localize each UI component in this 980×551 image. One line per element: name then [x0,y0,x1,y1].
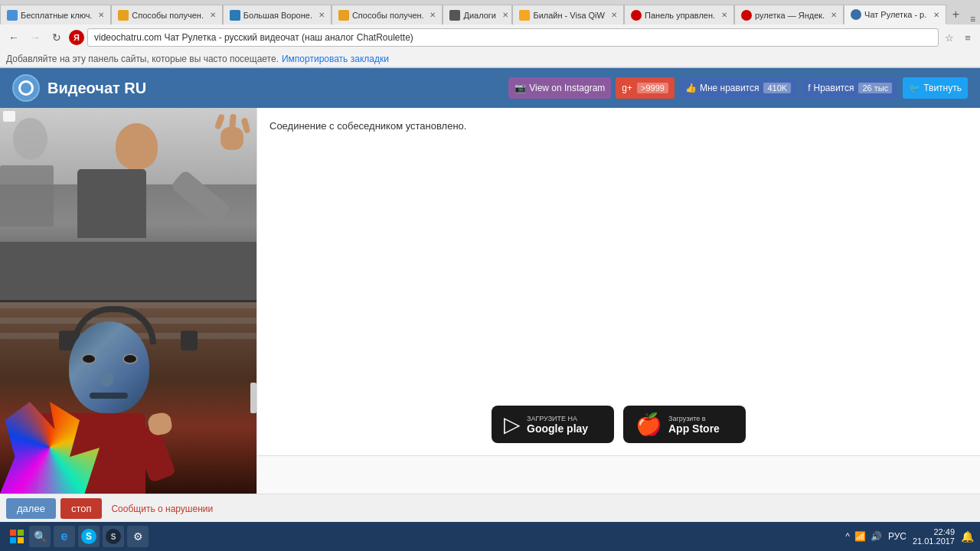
import-bookmarks-link[interactable]: Импортировать закладки [282,54,389,64]
forward-button[interactable]: → [26,28,44,47]
tray-network[interactable]: 📶 [854,531,866,542]
tab-7[interactable]: Панель управлен... ✕ [624,5,734,24]
google-play-small: ЗАГРУЗИТЕ НА [527,415,588,422]
site-header: Видеочат RU 📷 View on Instagram g+ >9999… [0,68,980,108]
stop-button[interactable]: стоп [60,498,103,519]
content-row: Соединение с собеседником установлено. ▷… [0,108,980,494]
svg-rect-1 [18,530,24,536]
app-store-text: Загрузите в App Store [668,415,720,435]
logo-icon-inner [18,80,34,96]
tab-2[interactable]: Способы получен... ✕ [111,5,223,24]
mask-mouth [90,393,128,399]
mask-nose [100,372,113,387]
tab-8[interactable]: рулетка — Яндек... ✕ [734,5,844,24]
chat-messages: Соединение с собеседником установлено. [257,108,980,393]
app-store-big: App Store [668,422,720,435]
top-floor [0,242,256,299]
instagram-label: View on Instagram [529,83,605,93]
chat-panel: Соединение с собеседником установлено. ▷… [256,108,980,494]
like-label: Мне нравится [700,83,760,93]
site-title: Видеочат RU [47,80,146,97]
gplus-button[interactable]: g+ >9999 [616,77,675,99]
tab-1[interactable]: Бесплатные ключ... ✕ [0,5,111,24]
chat-apps: ▷ ЗАГРУЗИТЕ НА Google play 🍎 Загрузите в… [257,393,980,455]
google-play-text: ЗАГРУЗИТЕ НА Google play [527,415,588,435]
taskbar-right: ^ 📶 🔊 РУС 22:49 21.01.2017 🔔 [845,527,974,546]
video-bottom [0,302,256,494]
gplus-icon: g+ [622,83,632,93]
bookmarks-bar: Добавляйте на эту панель сайты, которые … [0,51,980,67]
top-video-bg [0,108,256,300]
person2-body-bg [0,165,54,227]
tab-bar: Бесплатные ключ... ✕ Способы получен... … [0,0,980,24]
twitter-icon: 🐦 [909,83,920,93]
connection-message: Соединение с собеседником установлено. [270,120,466,132]
bottom-video-bg [0,302,256,494]
tab-9-active[interactable]: Чат Рулетка - р... ✕ [844,5,946,24]
tab-3[interactable]: Большая Вороне... ✕ [223,5,332,24]
logo-icon [12,74,40,102]
google-play-big: Google play [527,422,588,435]
like-button[interactable]: 👍 Мне нравится 410K [679,77,797,99]
taskbar-search[interactable]: 🔍 [29,526,51,547]
headphone-right [181,331,198,350]
tab-5[interactable]: Диалоги ✕ [443,5,512,24]
gplus-count: >9999 [637,83,668,93]
nravit-label: Нравится [814,83,854,93]
tray-arrow[interactable]: ^ [845,531,850,542]
taskbar-clock[interactable]: 22:49 21.01.2017 [913,527,955,546]
video-overlay-badge [3,111,15,122]
mask-eye-left [81,354,96,364]
start-button[interactable] [6,526,28,547]
colorful-shape [0,402,100,494]
address-icons: ☆ ≡ [942,32,975,44]
next-button[interactable]: далее [6,498,56,519]
person2-head-bg [13,118,47,160]
browser-chrome: Бесплатные ключ... ✕ Способы получен... … [0,0,980,68]
person1-body [77,169,146,238]
taskbar-ie[interactable]: e [54,526,75,547]
tray-volume[interactable]: 🔊 [871,531,882,542]
twitter-button[interactable]: 🐦 Твитнуть [903,77,968,99]
google-play-icon: ▷ [504,412,521,437]
tab-overflow-button[interactable]: ≡ [965,14,980,24]
app-store-badge[interactable]: 🍎 Загрузите в App Store [623,406,746,443]
svg-rect-3 [18,537,24,543]
person1-hand [220,127,243,150]
taskbar-date: 21.01.2017 [913,536,955,546]
address-input[interactable]: videochatru.com Чат Рулетка - русский ви… [87,28,939,47]
taskbar: 🔍 e S S ⚙ ^ 📶 🔊 РУС 22:49 21.01.2017 🔔 [0,522,980,551]
taskbar-time: 22:49 [933,527,955,536]
report-link[interactable]: Сообщить о нарушении [111,504,213,514]
like-count: 410K [763,83,791,93]
instagram-icon: 📷 [514,83,526,93]
mask-head [69,321,149,413]
notification-button[interactable]: 🔔 [961,530,974,543]
main-area: Соединение с собеседником установлено. ▷… [0,108,980,523]
taskbar-steam[interactable]: S [103,526,124,547]
system-tray: ^ 📶 🔊 [845,531,882,542]
tab-6[interactable]: Билайн - Visa QiW... ✕ [512,5,624,24]
chat-input-area[interactable] [257,455,980,494]
taskbar-skype[interactable]: S [78,526,100,547]
tab-4[interactable]: Способы получен... ✕ [332,5,443,24]
address-bar-row: ← → ↻ Я videochatru.com Чат Рулетка - ру… [0,24,980,51]
taskbar-settings[interactable]: ⚙ [127,526,149,547]
svg-rect-2 [10,537,16,543]
video-panel [0,108,256,494]
back-button[interactable]: ← [5,28,23,47]
nravit-button[interactable]: f Нравится 26 тыс [802,77,898,99]
instagram-button[interactable]: 📷 View on Instagram [508,77,611,99]
app-store-small: Загрузите в [668,415,720,422]
taskbar-lang: РУС [888,531,906,542]
new-tab-button[interactable]: + [946,5,965,24]
google-play-badge[interactable]: ▷ ЗАГРУЗИТЕ НА Google play [492,406,614,443]
menu-icon[interactable]: ≡ [960,32,975,44]
refresh-button[interactable]: ↻ [47,28,66,47]
like-icon: 👍 [685,83,697,93]
bookmarks-text: Добавляйте на эту панель сайты, которые … [6,54,279,64]
yandex-logo[interactable]: Я [69,30,84,45]
drag-handle[interactable] [250,383,256,413]
twitter-label: Твитнуть [923,83,962,93]
star-icon[interactable]: ☆ [942,32,957,44]
